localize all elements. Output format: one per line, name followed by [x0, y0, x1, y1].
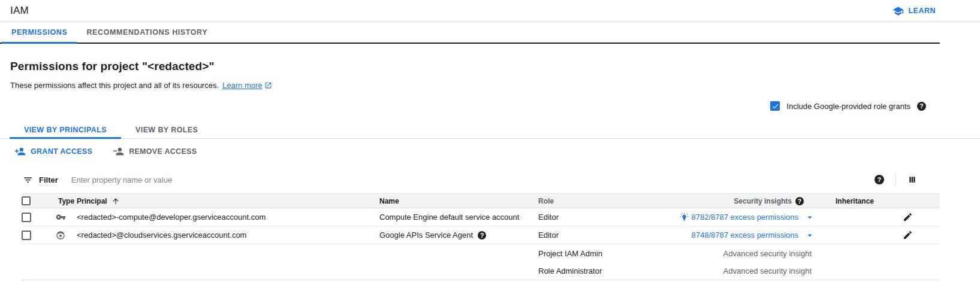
view-tab-bar: VIEW BY PRINCIPALS VIEW BY ROLES [0, 121, 980, 139]
name-cell: Google APIs Service Agent ? [379, 231, 538, 240]
header-name: Name [379, 197, 538, 205]
service-agent-help-icon[interactable]: ? [478, 231, 486, 240]
security-insight-cell: 8782/8787 excess permissions [662, 213, 801, 222]
include-grants-row: Include Google-provided role grants ? [0, 100, 980, 112]
tab-view-by-principals[interactable]: VIEW BY PRINCIPALS [10, 121, 121, 138]
tab-recommendations-history[interactable]: RECOMMENDATIONS HISTORY [77, 22, 217, 43]
header-type: Type [40, 197, 77, 205]
permissions-heading: Permissions for project "<redacted>" [10, 60, 980, 73]
table-row-role-only: Role Administrator Advanced security ins… [22, 262, 940, 280]
principal-cell: <redacted>-compute@developer.gserviceacc… [77, 213, 379, 222]
table-row: <redacted>@cloudservices.gserviceaccount… [22, 226, 940, 244]
school-icon [892, 5, 904, 17]
filter-help-icon[interactable]: ? [875, 175, 884, 184]
person-add-icon [14, 147, 26, 156]
include-grants-checkbox[interactable] [770, 101, 780, 111]
learn-more-label: Learn more [222, 81, 262, 90]
learn-more-link[interactable]: Learn more [222, 81, 272, 90]
tab-view-by-roles[interactable]: VIEW BY ROLES [121, 121, 212, 138]
toolbar-divider [895, 172, 896, 187]
include-grants-help-icon[interactable]: ? [917, 102, 926, 111]
role-cell: Editor [538, 213, 662, 222]
filter-label: Filter [39, 175, 58, 184]
table-row-role-only: Project IAM Admin Advanced security insi… [22, 244, 940, 262]
header-security-insights-label: Security insights [734, 197, 792, 205]
column-display-icon[interactable] [907, 175, 917, 184]
edit-principal-button[interactable] [903, 212, 913, 222]
learn-label: LEARN [908, 7, 936, 15]
insight-expand-caret[interactable] [801, 212, 819, 223]
service-account-key-icon [56, 212, 66, 222]
excess-permissions-link[interactable]: 8782/8787 excess permissions [692, 213, 799, 222]
header-checkbox-cell [22, 196, 40, 205]
security-insight-cell: Advanced security insight [662, 249, 819, 258]
caret-down-icon [804, 230, 815, 241]
tab-permissions[interactable]: PERMISSIONS [2, 22, 77, 43]
description-text: These permissions affect this project an… [10, 81, 219, 90]
top-tab-bar: PERMISSIONS RECOMMENDATIONS HISTORY [0, 22, 940, 44]
table-header-row: Type Principal Name Role Security insigh… [22, 193, 940, 208]
principal-email: <redacted>-compute@developer.gserviceacc… [77, 213, 266, 222]
principal-name: Compute Engine default service account [379, 213, 519, 222]
header-inheritance: Inheritance [819, 197, 876, 205]
sort-by-principal[interactable]: Principal [77, 197, 120, 205]
app-bar: IAM LEARN [0, 0, 980, 22]
header-principal-label: Principal [77, 197, 107, 205]
table-row: <redacted>-compute@developer.gserviceacc… [22, 208, 940, 226]
insight-bulb-icon [680, 213, 689, 222]
remove-access-button[interactable]: REMOVE ACCESS [113, 147, 197, 156]
role-cell: Role Administrator [538, 266, 662, 275]
pencil-icon [903, 212, 913, 222]
security-insight-cell: 8748/8787 excess permissions [662, 231, 801, 240]
access-toolbar: GRANT ACCESS REMOVE ACCESS [0, 139, 980, 164]
page-title: IAM [10, 5, 29, 17]
google-managed-account-icon [56, 231, 65, 240]
check-icon [771, 102, 779, 110]
insight-expand-caret[interactable] [801, 230, 819, 241]
remove-access-label: REMOVE ACCESS [129, 147, 197, 156]
grant-access-label: GRANT ACCESS [31, 147, 92, 156]
header-security-insights-cell: Security insights ? [662, 197, 819, 205]
excess-permissions-link[interactable]: 8748/8787 excess permissions [692, 231, 799, 240]
filter-bar: Filter ? [0, 169, 980, 190]
principal-email: <redacted>@cloudservices.gserviceaccount… [77, 231, 246, 240]
role-cell: Project IAM Admin [538, 249, 662, 258]
caret-down-icon [804, 212, 815, 223]
learn-button[interactable]: LEARN [892, 5, 936, 17]
filter-input[interactable] [71, 175, 875, 184]
edit-principal-button[interactable] [903, 230, 913, 240]
pencil-icon [903, 230, 913, 240]
select-all-checkbox[interactable] [22, 196, 31, 205]
permissions-description: These permissions affect this project an… [10, 81, 980, 90]
sort-ascending-icon [111, 197, 120, 205]
person-remove-icon [113, 147, 124, 156]
filter-icon [23, 175, 33, 185]
row-checkbox[interactable] [22, 231, 31, 240]
header-principal-cell: Principal [77, 197, 379, 205]
principal-name: Google APIs Service Agent [379, 231, 473, 240]
include-grants-label: Include Google-provided role grants [786, 102, 910, 111]
name-cell: Compute Engine default service account [379, 213, 538, 222]
permissions-table: Type Principal Name Role Security insigh… [22, 193, 940, 280]
row-checkbox[interactable] [22, 213, 31, 222]
security-insights-help-icon[interactable]: ? [795, 197, 804, 205]
principal-cell: <redacted>@cloudservices.gserviceaccount… [77, 231, 379, 240]
grant-access-button[interactable]: GRANT ACCESS [14, 147, 92, 156]
header-role: Role [538, 197, 662, 205]
role-cell: Editor [538, 231, 662, 240]
security-insight-cell: Advanced security insight [662, 266, 819, 275]
open-in-new-icon [264, 81, 272, 89]
